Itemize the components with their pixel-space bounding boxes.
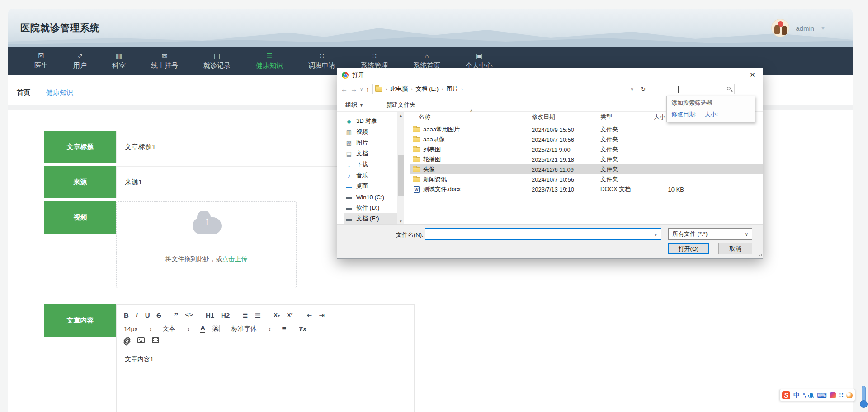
indent-button[interactable]: ⇥ [319, 312, 325, 318]
sidebar-item-3d-objects[interactable]: ◆3D 对象 [344, 116, 397, 126]
superscript-button[interactable]: X² [287, 312, 293, 318]
subscript-button[interactable]: X₂ [274, 312, 280, 318]
path-drive-e[interactable]: 文档 (E:) [416, 85, 439, 93]
filename-dropdown-icon[interactable]: ∨ [654, 232, 657, 237]
keyboard-icon[interactable]: ⌨ [817, 391, 827, 399]
upload-link[interactable]: 点击上传 [222, 255, 248, 262]
insert-video-button[interactable] [152, 337, 159, 343]
back-icon[interactable]: ← [341, 85, 348, 93]
nav-item-doctor[interactable]: ☒医生 [22, 52, 61, 70]
scroll-up-icon[interactable]: ▲ [397, 112, 404, 119]
dialog-titlebar[interactable]: 打开 [337, 68, 763, 82]
file-row[interactable]: W测试文件.docx2023/7/13 19:10DOCX 文档10 KB [410, 184, 763, 194]
sidebar-scrollbar[interactable]: ▲ ▼ [397, 112, 404, 225]
file-row[interactable]: 轮播图2025/1/21 19:18文件夹 [410, 154, 763, 164]
open-button[interactable]: 打开(O) [668, 243, 709, 254]
blockquote-button[interactable]: ” [174, 311, 179, 320]
format-select[interactable]: 文本↕ [163, 325, 190, 333]
bold-button[interactable]: B [124, 312, 129, 318]
up-icon[interactable]: ↑ [366, 85, 369, 93]
sidebar-item-drive-c[interactable]: ▬Win10 (C:) [344, 192, 397, 202]
nav-item-visit-records[interactable]: ▤就诊记录 [191, 52, 243, 70]
path-pictures[interactable]: 图片 [446, 85, 458, 93]
history-dropdown-icon[interactable]: ∨ [360, 87, 363, 92]
sidebar-item-music[interactable]: ♪音乐 [344, 170, 397, 181]
column-type[interactable]: 类型 [598, 112, 651, 122]
sogou-logo-icon[interactable]: S [782, 391, 790, 399]
avatar[interactable] [771, 19, 789, 37]
insert-image-button[interactable] [137, 337, 145, 343]
ime-punctuation-toggle[interactable]: °, [803, 392, 806, 398]
highlight-color-button[interactable]: A [212, 325, 220, 332]
sidebar-item-drive-e[interactable]: ▬文档 (E:) [344, 213, 397, 224]
video-upload-dropzone[interactable]: 将文件拖到此处，或点击上传 [116, 201, 297, 288]
sidebar-item-videos[interactable]: ▦视频 [344, 126, 397, 137]
close-icon[interactable]: ✕ [742, 68, 763, 81]
refresh-icon[interactable]: ↻ [641, 85, 646, 93]
nav-item-online-registration[interactable]: ✉线上挂号 [138, 52, 191, 70]
nav-item-personal-center[interactable]: ▣个人中心 [453, 52, 505, 70]
search-input[interactable] [650, 84, 735, 94]
ime-skin-icon[interactable] [846, 392, 853, 398]
sidebar-item-downloads[interactable]: ↓下载 [344, 159, 397, 170]
bullet-list-button[interactable]: ☰ [255, 312, 261, 318]
nav-item-system-home[interactable]: ⌂系统首页 [401, 52, 453, 70]
address-dropdown-icon[interactable]: ∨ [631, 87, 634, 92]
breadcrumb-home[interactable]: 首页 [17, 89, 30, 97]
h2-button[interactable]: H2 [221, 312, 230, 318]
align-button[interactable]: ≡ [282, 325, 287, 332]
editor-content[interactable]: 文章内容1 [117, 348, 414, 371]
ime-language-toggle[interactable]: 中 [793, 391, 800, 399]
h1-button[interactable]: H1 [206, 312, 214, 318]
nav-item-health-knowledge[interactable]: ☰健康知识 [243, 52, 296, 70]
file-row[interactable]: 新闻资讯2024/10/7 10:56文件夹 [410, 174, 763, 184]
sidebar-item-documents[interactable]: ▤文档 [344, 148, 397, 159]
file-row[interactable]: aaa录像2024/10/7 10:56文件夹 [410, 135, 763, 145]
ordered-list-button[interactable]: ≣ [242, 312, 248, 318]
resize-grip[interactable] [758, 254, 762, 258]
cancel-button[interactable]: 取消 [718, 243, 752, 254]
insert-link-button[interactable] [124, 337, 130, 343]
filetype-select[interactable]: 所有文件 (*.*) ∨ [668, 228, 752, 240]
filter-size-link[interactable]: 大小: [705, 110, 718, 118]
nav-item-user[interactable]: ⇗用户 [61, 52, 99, 70]
filter-date-link[interactable]: 修改日期: [671, 110, 697, 118]
ime-apps-icon[interactable]: ∷ [839, 392, 843, 399]
italic-button[interactable]: I [136, 312, 138, 318]
address-bar[interactable]: › 此电脑 › 文档 (E:) › 图片 › ∨ [372, 84, 637, 94]
sidebar-item-pictures[interactable]: ▨图片 [344, 137, 397, 148]
font-size-select[interactable]: 14px↕ [124, 325, 152, 332]
sidebar-item-drive-d[interactable]: ▬软件 (D:) [344, 202, 397, 213]
thermometer-widget[interactable] [860, 386, 868, 408]
clear-format-button[interactable]: Tx [298, 325, 307, 332]
forward-icon[interactable]: → [350, 85, 357, 93]
filename-input[interactable]: ∨ [425, 228, 661, 240]
code-button[interactable]: </> [185, 312, 193, 318]
text-color-button[interactable]: A [200, 324, 205, 333]
underline-button[interactable]: U [145, 312, 150, 318]
nav-item-shift-request[interactable]: ∷调班申请 [296, 52, 348, 70]
breadcrumb-current[interactable]: 健康知识 [46, 89, 73, 97]
file-row-selected[interactable]: 头像2024/12/6 11:09文件夹 [410, 164, 763, 174]
filename-label: 文件名(N): [396, 231, 424, 239]
scrollbar-thumb[interactable] [398, 155, 404, 196]
file-row[interactable]: aaaa常用图片2024/10/9 15:50文件夹 [410, 125, 763, 135]
nav-item-department[interactable]: ▦科室 [99, 52, 138, 70]
ime-fun-icon[interactable] [830, 392, 836, 398]
microphone-icon[interactable] [810, 393, 813, 398]
strikethrough-button[interactable]: S [157, 312, 161, 318]
nav-item-system-management[interactable]: ∷系统管理 [348, 52, 401, 70]
column-date-modified[interactable]: 修改日期 [529, 112, 598, 122]
upload-hint-text: 将文件拖到此处，或 [165, 255, 222, 262]
sidebar-item-desktop[interactable]: ▬桌面 [344, 181, 397, 192]
user-menu[interactable]: admin ▼ [771, 19, 826, 37]
chevron-down-icon[interactable]: ▼ [821, 25, 826, 31]
path-this-pc[interactable]: 此电脑 [390, 85, 408, 93]
font-family-select[interactable]: 标准字体↕ [231, 325, 271, 333]
file-row[interactable]: 列表图2025/2/11 9:00文件夹 [410, 145, 763, 154]
folder-icon [413, 157, 420, 162]
outdent-button[interactable]: ⇤ [307, 312, 312, 318]
column-name[interactable]: 名称∧ [416, 112, 529, 122]
organize-button[interactable]: 组织▼ [345, 101, 363, 109]
new-folder-button[interactable]: 新建文件夹 [386, 101, 415, 109]
